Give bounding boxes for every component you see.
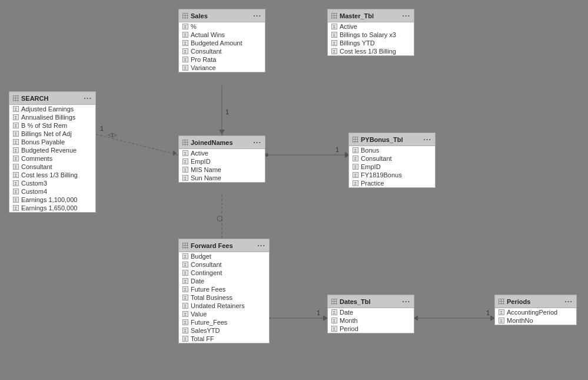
field-icon: Σ <box>182 311 188 317</box>
sales-table-title: Sales <box>191 12 208 19</box>
field-icon: Σ <box>353 180 358 186</box>
search-field-8: ΣConsultant <box>9 163 95 171</box>
grid-icon <box>13 95 19 101</box>
joined-names-title: JoinedNames <box>191 139 233 146</box>
field-icon: Σ <box>13 189 19 194</box>
pybonus-header: PYBonus_Tbl ··· <box>349 133 435 146</box>
dates-tbl-menu[interactable]: ··· <box>402 297 410 306</box>
field-icon: Σ <box>182 303 188 309</box>
grid-icon <box>353 137 358 143</box>
dates-tbl-table: Dates_Tbl ··· ΣDate ΣMonth ΣPeriod <box>327 295 414 333</box>
forward-fees-table: Forward Fees ··· ΣBudget ΣConsultant ΣCo… <box>178 239 270 343</box>
master-tbl-title: Master_Tbl <box>340 12 374 19</box>
sales-field-4: ΣConsultant <box>179 47 265 55</box>
field-icon: Σ <box>331 24 337 29</box>
joined-field-1: ΣActive <box>179 149 265 157</box>
field-icon: Σ <box>182 65 188 71</box>
periods-title: Periods <box>507 298 530 305</box>
grid-icon <box>182 13 188 19</box>
master-field-2: ΣBillings to Salary x3 <box>328 31 414 39</box>
sales-table-header: Sales ··· <box>179 9 265 22</box>
svg-text:⬡: ⬡ <box>217 214 222 223</box>
pybonus-field-4: ΣFY1819Bonus <box>349 171 435 179</box>
search-table: SEARCH ··· ΣAdjusted Earnings ΣAnnualise… <box>9 91 96 213</box>
pybonus-field-5: ΣPractice <box>349 179 435 187</box>
field-icon: Σ <box>331 40 337 46</box>
field-icon: Σ <box>13 147 19 153</box>
pybonus-menu[interactable]: ··· <box>423 135 431 144</box>
field-icon: Σ <box>182 175 188 181</box>
forward-fees-header: Forward Fees ··· <box>179 239 269 252</box>
pybonus-field-1: ΣBonus <box>349 146 435 154</box>
field-icon: Σ <box>182 48 188 54</box>
dates-field-1: ΣDate <box>328 308 414 316</box>
field-icon: Σ <box>13 172 19 178</box>
dates-tbl-title: Dates_Tbl <box>340 298 371 305</box>
ff-field-1: ΣBudget <box>179 252 269 260</box>
search-table-menu[interactable]: ··· <box>84 94 92 103</box>
field-icon: Σ <box>182 40 188 46</box>
periods-menu[interactable]: ··· <box>564 297 573 306</box>
field-icon: Σ <box>331 309 337 315</box>
periods-field-2: ΣMonthNo <box>495 316 576 325</box>
field-icon: Σ <box>182 328 188 333</box>
field-icon: Σ <box>182 167 188 173</box>
field-icon: Σ <box>353 164 358 170</box>
field-icon: Σ <box>182 278 188 284</box>
field-icon: Σ <box>13 139 19 145</box>
ff-field-8: ΣValue <box>179 310 269 318</box>
forward-fees-menu[interactable]: ··· <box>257 241 265 250</box>
search-field-6: ΣBudgeted Revenue <box>9 146 95 154</box>
field-icon: Σ <box>13 123 19 128</box>
joined-field-3: ΣMIS Name <box>179 166 265 174</box>
field-icon: Σ <box>499 309 504 315</box>
ff-field-2: ΣConsultant <box>179 260 269 269</box>
forward-fees-title: Forward Fees <box>191 242 233 249</box>
master-tbl-menu[interactable]: ··· <box>402 11 410 20</box>
joined-names-header: JoinedNames ··· <box>179 136 265 149</box>
search-field-2: ΣAnnualised Billings <box>9 113 95 121</box>
ff-field-9: ΣFuture_Fees <box>179 318 269 326</box>
search-field-11: ΣCustom4 <box>9 187 95 196</box>
master-field-3: ΣBillings YTD <box>328 39 414 47</box>
search-field-12: ΣEarnings 1,100,000 <box>9 196 95 204</box>
master-tbl-header: Master_Tbl ··· <box>328 9 414 22</box>
joined-names-menu[interactable]: ··· <box>253 138 261 147</box>
field-icon: Σ <box>13 106 19 112</box>
ff-field-4: ΣDate <box>179 277 269 285</box>
svg-marker-2 <box>173 150 177 156</box>
dates-tbl-header: Dates_Tbl ··· <box>328 295 414 308</box>
grid-icon <box>182 140 188 146</box>
pybonus-table: PYBonus_Tbl ··· ΣBonus ΣConsultant ΣEmpI… <box>348 133 436 188</box>
svg-text:1: 1 <box>225 108 229 115</box>
dates-field-2: ΣMonth <box>328 316 414 325</box>
field-icon: Σ <box>331 48 337 54</box>
search-field-10: ΣCustom3 <box>9 179 95 187</box>
field-icon: Σ <box>353 172 358 178</box>
field-icon: Σ <box>353 147 358 153</box>
svg-text:1: 1 <box>335 146 339 153</box>
field-icon: Σ <box>13 131 19 137</box>
field-icon: Σ <box>353 156 358 161</box>
field-icon: Σ <box>182 286 188 292</box>
sales-table: Sales ··· Σ% ΣActual Wins ΣBudgeted Amou… <box>178 9 265 72</box>
field-icon: Σ <box>182 253 188 259</box>
search-field-1: ΣAdjusted Earnings <box>9 105 95 113</box>
field-icon: Σ <box>182 336 188 342</box>
sales-table-menu[interactable]: ··· <box>253 11 261 20</box>
field-icon: Σ <box>182 158 188 164</box>
field-icon: Σ <box>182 24 188 29</box>
search-field-13: ΣEarnings 1,650,000 <box>9 204 95 212</box>
svg-text:1: 1 <box>100 125 104 132</box>
grid-icon <box>182 243 188 249</box>
field-icon: Σ <box>182 57 188 62</box>
periods-field-1: ΣAccountingPeriod <box>495 308 576 316</box>
field-icon: Σ <box>13 164 19 170</box>
svg-marker-6 <box>219 130 225 134</box>
ff-field-6: ΣTotal Business <box>179 293 269 302</box>
search-table-title: SEARCH <box>21 95 48 102</box>
field-icon: Σ <box>331 32 337 38</box>
joined-field-2: ΣEmpID <box>179 157 265 166</box>
ff-field-11: ΣTotal FF <box>179 335 269 343</box>
dates-field-3: ΣPeriod <box>328 325 414 333</box>
